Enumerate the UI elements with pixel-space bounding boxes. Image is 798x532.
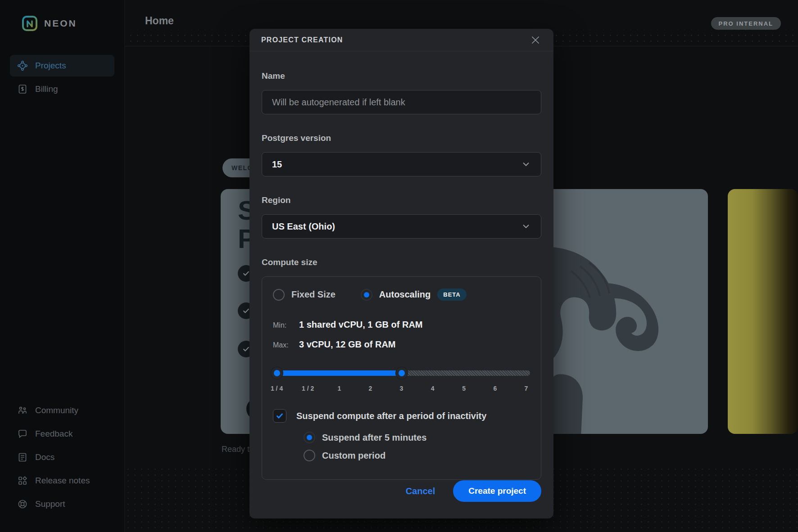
region-select[interactable]: US East (Ohio): [262, 214, 541, 239]
slider-ticks: 1 / 4 1 / 2 1 2 3 4 5 6 7: [273, 385, 530, 394]
billing-icon: [17, 84, 28, 95]
project-creation-modal: PROJECT CREATION Name Postgres version 1…: [249, 29, 553, 518]
create-project-button[interactable]: Create project: [453, 480, 541, 502]
beta-badge: BETA: [437, 289, 466, 301]
release-notes-icon: [17, 475, 28, 486]
region-label: Region: [262, 195, 541, 205]
project-name-input[interactable]: [262, 90, 541, 114]
max-label: Max:: [273, 341, 299, 349]
custom-period-radio[interactable]: Custom period: [304, 450, 530, 461]
custom-period-label: Custom period: [322, 451, 385, 461]
sidebar-item-docs[interactable]: Docs: [10, 447, 114, 467]
sidebar-item-label: Support: [35, 499, 65, 509]
checkbox-checked-icon: [273, 409, 286, 423]
chevron-down-icon: [521, 159, 531, 169]
name-label: Name: [262, 71, 541, 81]
fixed-size-radio[interactable]: Fixed Size: [273, 289, 336, 301]
sidebar-item-billing[interactable]: Billing: [10, 78, 114, 100]
min-value: 1 shared vCPU, 1 GB of RAM: [299, 320, 423, 330]
compute-size-box: Fixed Size Autoscaling BETA Min: 1 share…: [262, 276, 541, 480]
feedback-icon: [17, 428, 28, 439]
region-value: US East (Ohio): [272, 221, 335, 232]
compute-size-slider: 1 / 4 1 / 2 1 2 3 4 5 6 7: [273, 368, 530, 397]
min-label: Min:: [273, 321, 299, 329]
radio-checked-icon: [304, 432, 315, 443]
sidebar-item-support[interactable]: Support: [10, 494, 114, 514]
sidebar-item-community[interactable]: Community: [10, 401, 114, 420]
compute-size-label: Compute size: [262, 257, 541, 267]
sidebar-footer: Community Feedback Docs R: [10, 401, 114, 514]
radio-checked-icon: [361, 289, 372, 301]
sidebar-item-label: Feedback: [35, 429, 73, 439]
brand-name: NEON: [44, 18, 77, 29]
sidebar-item-label: Docs: [35, 452, 54, 462]
neon-logo-icon: [22, 15, 38, 32]
community-icon: [17, 405, 28, 416]
brand-logo[interactable]: NEON: [0, 0, 124, 32]
suspend-5min-radio[interactable]: Suspend after 5 minutes: [304, 432, 530, 443]
modal-body: Name Postgres version 15 Region US East …: [249, 51, 553, 480]
cancel-button[interactable]: Cancel: [406, 486, 435, 496]
postgres-version-value: 15: [272, 159, 282, 170]
postgres-version-label: Postgres version: [262, 133, 541, 143]
support-icon: [17, 499, 28, 509]
projects-icon: [17, 60, 28, 71]
postgres-version-select[interactable]: 15: [262, 152, 541, 176]
suspend-options: Suspend after 5 minutes Custom period: [304, 432, 530, 461]
sidebar-item-label: Release notes: [35, 476, 90, 486]
close-icon[interactable]: [529, 34, 542, 46]
slider-handle-max[interactable]: [396, 367, 408, 379]
slider-fill: [273, 370, 402, 376]
modal-title: PROJECT CREATION: [261, 36, 343, 44]
page-title: Home: [145, 15, 174, 27]
radio-unchecked-icon: [304, 450, 315, 461]
autoscaling-radio[interactable]: Autoscaling BETA: [361, 289, 467, 301]
modal-header: PROJECT CREATION: [249, 29, 553, 51]
radio-unchecked-icon: [273, 289, 285, 301]
compute-mode-radios: Fixed Size Autoscaling BETA: [273, 289, 530, 301]
sidebar: NEON Projects Billing: [0, 0, 125, 532]
sidebar-item-projects[interactable]: Projects: [10, 55, 114, 77]
sidebar-item-feedback[interactable]: Feedback: [10, 424, 114, 444]
suspend-checkbox-row[interactable]: Suspend compute after a period of inacti…: [273, 409, 530, 423]
compute-minmax: Min: 1 shared vCPU, 1 GB of RAM Max: 3 v…: [273, 320, 530, 350]
suspend-checkbox-label: Suspend compute after a period of inacti…: [296, 411, 486, 421]
sidebar-item-label: Billing: [35, 84, 58, 94]
chevron-down-icon: [521, 221, 531, 231]
docs-icon: [17, 452, 28, 463]
app-root: Home PRO INTERNAL WELCOME S P: [0, 0, 798, 532]
sidebar-item-release-notes[interactable]: Release notes: [10, 471, 114, 491]
modal-footer: Cancel Create project: [262, 480, 541, 502]
autoscaling-label: Autoscaling: [379, 289, 431, 300]
promo-card-yellow: [728, 189, 798, 434]
sidebar-item-label: Community: [35, 406, 78, 415]
fixed-size-label: Fixed Size: [291, 289, 336, 300]
suspend-5min-label: Suspend after 5 minutes: [322, 433, 426, 443]
sidebar-item-label: Projects: [35, 61, 66, 71]
sidebar-nav: Projects Billing: [0, 55, 124, 100]
plan-badge: PRO INTERNAL: [711, 17, 781, 30]
slider-handle-min[interactable]: [271, 367, 283, 379]
max-value: 3 vCPU, 12 GB of RAM: [299, 339, 395, 350]
